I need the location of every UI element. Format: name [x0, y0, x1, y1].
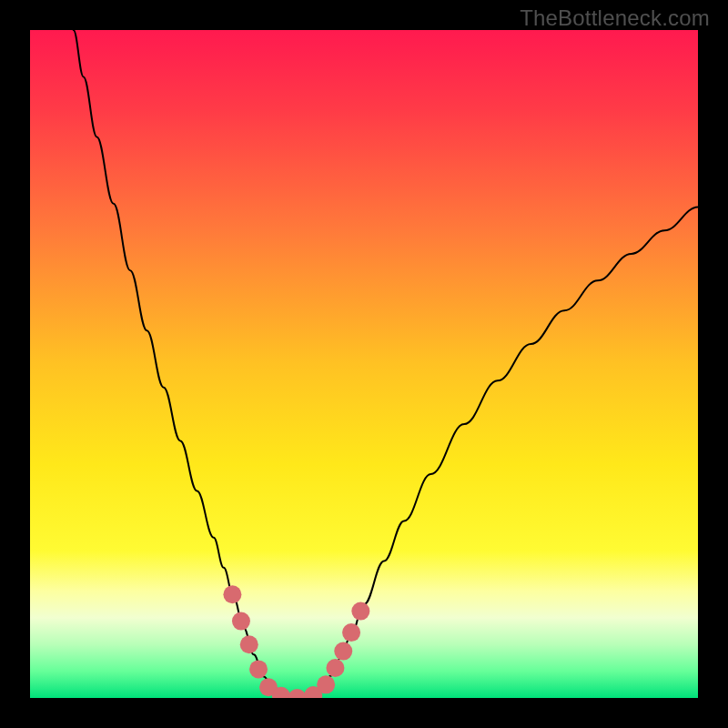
watermark-label: TheBottleneck.com [520, 5, 710, 31]
plot-area [30, 30, 698, 698]
gradient-background [30, 30, 698, 698]
marker-dot [223, 585, 241, 603]
marker-dot [249, 660, 268, 678]
marker-dot [351, 602, 369, 621]
marker-dot [342, 623, 360, 642]
chart-frame: TheBottleneck.com [0, 0, 728, 728]
marker-dot [334, 642, 352, 661]
marker-dot [326, 659, 344, 677]
marker-dot [232, 612, 250, 631]
marker-dot [317, 675, 335, 693]
bottleneck-chart [30, 30, 698, 698]
marker-dot [240, 635, 258, 653]
